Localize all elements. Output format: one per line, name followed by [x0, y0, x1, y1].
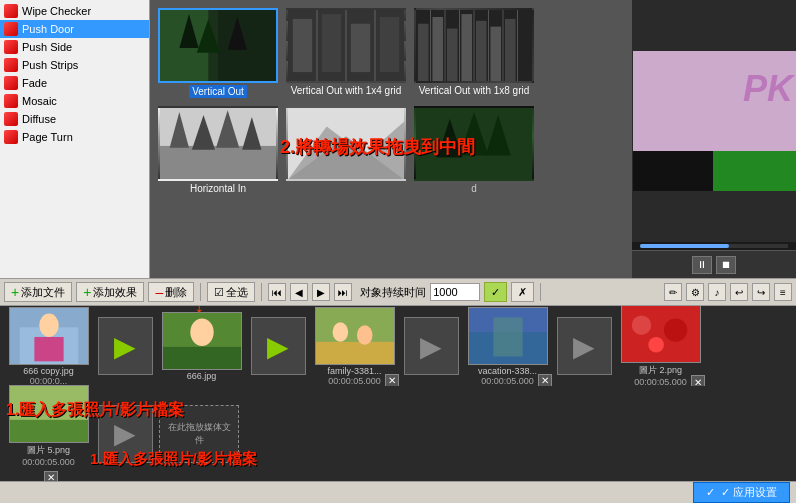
transitions-panel: Vertical Out: [150, 0, 631, 278]
preview-area: PK ⏸ ⏹: [631, 0, 796, 278]
transition-1[interactable]: ▶: [95, 317, 155, 375]
svg-rect-23: [432, 17, 443, 82]
preview-controls: ⏸ ⏹: [632, 250, 796, 278]
toolbar-separator3: [540, 283, 541, 301]
trans-thumb-1: ▶: [98, 317, 153, 375]
svg-rect-13: [380, 17, 399, 72]
transition-vertical-out-1x8[interactable]: Vertical Out with 1x8 grid: [414, 8, 534, 98]
select-all-button[interactable]: ☑ 全选: [207, 282, 255, 302]
clip-close-vacation[interactable]: ✕: [538, 374, 552, 387]
plus-icon2: +: [83, 284, 91, 300]
transition-label-1x8: Vertical Out with 1x8 grid: [419, 85, 530, 96]
stop-button[interactable]: ⏹: [716, 256, 736, 274]
pause-button[interactable]: ⏸: [692, 256, 712, 274]
clip-family: family-3381... 00:00:05.000 ✕: [312, 307, 397, 386]
trans-thumb-5: ▶: [98, 405, 153, 463]
undo-btn[interactable]: ↩: [730, 283, 748, 301]
push-door-icon: [4, 22, 18, 36]
transition-5-row2[interactable]: ▶: [95, 405, 155, 463]
sidebar-item-mosaic[interactable]: Mosaic: [0, 92, 149, 110]
arrow-icon-3: ▶: [420, 330, 442, 363]
svg-text:PK: PK: [743, 68, 796, 109]
confirm-button[interactable]: ✓: [484, 282, 507, 302]
duration-input[interactable]: [430, 283, 480, 301]
redo-btn[interactable]: ↪: [752, 283, 770, 301]
transitions-grid: Vertical Out: [150, 0, 631, 278]
toolbar-separator2: [261, 283, 262, 301]
add-file-button[interactable]: + 添加文件: [4, 282, 72, 302]
clip-thumb-pic5[interactable]: [9, 385, 89, 443]
svg-rect-30: [160, 146, 276, 180]
svg-rect-10: [293, 19, 312, 72]
transition-horizontal-in[interactable]: Horizontal In: [158, 106, 278, 194]
page-turn-icon: [4, 130, 18, 144]
transition-label-1x4: Vertical Out with 1x4 grid: [291, 85, 402, 96]
clip-label-pic5: 圖片 5.png: [27, 444, 70, 457]
transition-vertical-out-1x4[interactable]: Vertical Out with 1x4 grid: [286, 8, 406, 98]
sidebar-item-page-turn[interactable]: Page Turn: [0, 128, 149, 146]
skip-start-button[interactable]: ⏮: [268, 283, 286, 301]
transition-label-6: d: [471, 183, 477, 194]
svg-rect-52: [163, 347, 241, 369]
arrow-icon-2: ▶: [267, 330, 289, 363]
skip-end-button[interactable]: ⏭: [334, 283, 352, 301]
delete-button[interactable]: – 删除: [148, 282, 194, 302]
clip-thumb-666[interactable]: [162, 312, 242, 370]
settings-btn[interactable]: ⚙: [686, 283, 704, 301]
clip-vacation: vacation-338... 00:00:05.000 ✕: [465, 307, 550, 386]
clip-label-pic2: 圖片 2.png: [639, 364, 682, 377]
preview-image: PK: [632, 0, 796, 242]
sidebar-item-push-strips[interactable]: Push Strips: [0, 56, 149, 74]
trans-thumb-4: ▶: [557, 317, 612, 375]
clip-label-666: 666.jpg: [187, 371, 217, 381]
apply-button[interactable]: ✓ ✓ 应用设置: [693, 482, 790, 503]
main-container: Wipe Checker Push Door Push Side Push St…: [0, 0, 796, 503]
toolbar: + 添加文件 + 添加效果 – 删除 ☑ 全选 ⏮ ◀ ▶ ⏭ 对象持续时间 ✓…: [0, 278, 796, 306]
clip-time-pic2: 00:00:05.000: [634, 377, 687, 386]
bottom-bar: ✓ ✓ 应用设置: [0, 481, 796, 503]
sidebar-item-push-side[interactable]: Push Side: [0, 38, 149, 56]
mosaic-icon: [4, 94, 18, 108]
add-media-zone: 在此拖放媒体文件: [159, 405, 244, 463]
transition-5[interactable]: [286, 106, 406, 194]
trans-thumb-3: ▶: [404, 317, 459, 375]
clip-close-pic5[interactable]: ✕: [44, 471, 58, 481]
svg-rect-24: [447, 29, 458, 82]
clip-thumb-pic2[interactable]: [621, 306, 701, 363]
trans-thumb-2: ▶: [251, 317, 306, 375]
timeline-row1: 666 copy.jpg 00:00:0... ▶ ↓: [0, 306, 796, 386]
toolbar-separator1: [200, 283, 201, 301]
svg-rect-22: [418, 24, 429, 82]
clip-close-pic2[interactable]: ✕: [691, 375, 705, 386]
svg-rect-12: [351, 24, 370, 72]
check-icon: ✓: [706, 486, 715, 499]
edit-icon-btn[interactable]: ✏: [664, 283, 682, 301]
more-btn[interactable]: ≡: [774, 283, 792, 301]
transition-6[interactable]: d: [414, 106, 534, 194]
clip-time-vacation: 00:00:05.000: [481, 376, 534, 386]
sidebar-item-push-door[interactable]: Push Door: [0, 20, 149, 38]
svg-rect-26: [476, 21, 487, 82]
clip-thumb-family[interactable]: [315, 307, 395, 365]
sidebar-item-wipe-checker[interactable]: Wipe Checker: [0, 2, 149, 20]
transition-2[interactable]: ▶: [248, 317, 308, 375]
clip-thumb-666copy[interactable]: [9, 307, 89, 365]
svg-point-63: [663, 319, 686, 342]
transition-label-vertical-out: Vertical Out: [189, 85, 247, 98]
next-button[interactable]: ▶: [312, 283, 330, 301]
diffuse-icon: [4, 112, 18, 126]
minus-icon: –: [155, 284, 163, 300]
transition-3[interactable]: ▶: [401, 317, 461, 375]
add-media-box[interactable]: 在此拖放媒体文件: [159, 405, 239, 463]
transition-4[interactable]: ▶: [554, 317, 614, 375]
prev-button[interactable]: ◀: [290, 283, 308, 301]
add-effect-button[interactable]: + 添加效果: [76, 282, 144, 302]
audio-btn[interactable]: ♪: [708, 283, 726, 301]
sidebar-item-fade[interactable]: Fade: [0, 74, 149, 92]
transition-vertical-out[interactable]: Vertical Out: [158, 8, 278, 98]
clip-close-family[interactable]: ✕: [385, 374, 399, 387]
cancel-button2[interactable]: ✗: [511, 282, 534, 302]
transition-label-horizontal-in: Horizontal In: [190, 183, 246, 194]
sidebar-item-diffuse[interactable]: Diffuse: [0, 110, 149, 128]
clip-thumb-vacation[interactable]: [468, 307, 548, 365]
